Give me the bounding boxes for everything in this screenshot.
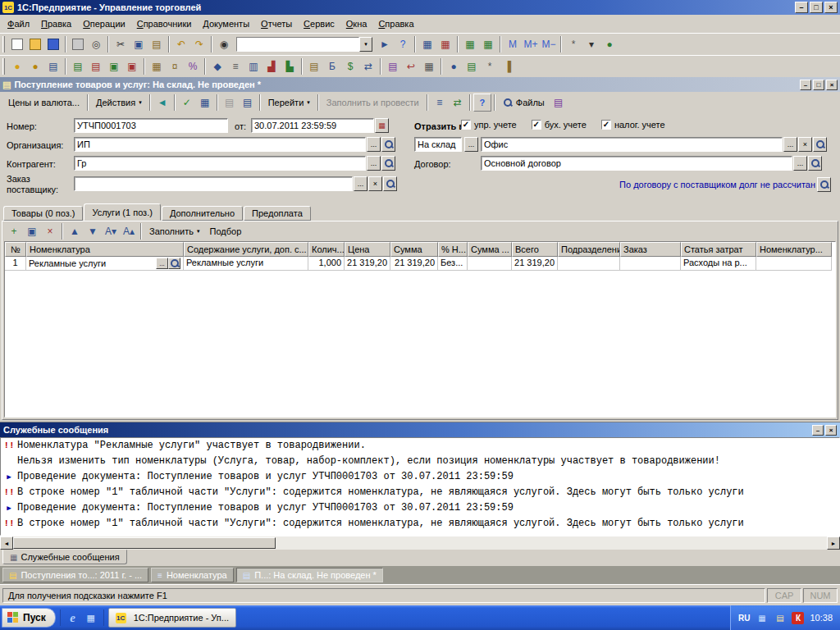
memory-plus-icon[interactable]: М+	[522, 35, 540, 53]
calculator-icon[interactable]: ▦	[418, 35, 436, 53]
date-input[interactable]	[251, 118, 374, 133]
organization-ellipsis-button[interactable]: ...	[367, 137, 381, 152]
fill-and-post-button[interactable]: Заполнить и провести	[322, 94, 424, 112]
copy-row-icon[interactable]: ▣	[23, 222, 41, 240]
message-row[interactable]: ▶Проведение документа: Поступление товар…	[1, 471, 839, 486]
warehouse-clear-button[interactable]: ×	[798, 137, 812, 152]
menu-item-4[interactable]: Справочники	[131, 16, 198, 31]
files-button[interactable]: Файлы	[498, 94, 550, 112]
new-document-icon[interactable]	[8, 35, 26, 53]
nomenclature-icon[interactable]: ≡	[226, 57, 244, 75]
help-icon[interactable]: ?	[394, 35, 412, 53]
horizontal-scrollbar[interactable]: ◄ ►	[0, 536, 840, 550]
document-structure-icon[interactable]: ≡	[431, 94, 449, 112]
retail-icon[interactable]: ●	[445, 57, 463, 75]
customer-invoice-icon[interactable]: ▤	[87, 57, 105, 75]
message-row[interactable]: ▶Проведение документа: Поступление товар…	[1, 502, 839, 518]
warehouse-input[interactable]	[481, 137, 783, 152]
menu-item-1[interactable]: Файл	[2, 16, 35, 31]
number-input[interactable]	[74, 118, 228, 133]
add-row-icon[interactable]: +	[5, 222, 23, 240]
pick-button[interactable]: Подбор	[205, 222, 247, 240]
subordination-icon[interactable]: ⇄	[449, 94, 467, 112]
fill-button[interactable]: Заполнить▾	[144, 222, 205, 240]
sort-desc-icon[interactable]: А▴	[120, 222, 138, 240]
delete-row-icon[interactable]: ×	[41, 222, 59, 240]
actions-button[interactable]: Действия▾	[91, 94, 147, 112]
goods-receipt-icon[interactable]: ▣	[105, 57, 123, 75]
scroll-left-icon[interactable]: ◄	[0, 536, 13, 550]
tab-2[interactable]: Услуги (1 поз.)	[84, 203, 160, 221]
scroll-thumb[interactable]	[13, 537, 276, 549]
language-indicator[interactable]: RU	[738, 614, 750, 623]
grid-body[interactable]: 1Рекламные услуги...Рекламные услуги1,00…	[5, 257, 835, 417]
cash-expense-icon[interactable]: ●	[26, 57, 44, 75]
taskbar-window-button[interactable]: 1С 1С:Предприятие - Уп...	[108, 608, 236, 628]
customer-orders-icon[interactable]: ▤	[384, 57, 402, 75]
cell-open-button[interactable]	[168, 258, 180, 269]
update-icon[interactable]: ▤	[774, 612, 786, 624]
exit-icon[interactable]: ▐	[499, 57, 517, 75]
cut-icon[interactable]: ✂	[112, 35, 130, 53]
redo-icon[interactable]: ↷	[190, 35, 208, 53]
sort-asc-icon[interactable]: А▾	[102, 222, 120, 240]
move-down-icon[interactable]: ▼	[84, 222, 102, 240]
display-icon[interactable]: ▦	[756, 612, 768, 624]
organization-input[interactable]	[74, 137, 366, 152]
goto-button[interactable]: Перейти▾	[263, 94, 315, 112]
warehouse-type-combo[interactable]: На склад	[414, 137, 462, 152]
panel-close-button[interactable]: ×	[825, 425, 837, 436]
post-document-icon[interactable]: ✓	[178, 94, 196, 112]
sales-report-icon[interactable]: ▟	[262, 57, 281, 75]
reports-icon[interactable]: ▥	[244, 57, 262, 75]
reflect-checkbox-1[interactable]: ✓	[461, 120, 471, 130]
currency-rates-icon[interactable]: $	[341, 57, 359, 75]
menu-item-6[interactable]: Отчеты	[255, 16, 298, 31]
calendar-icon[interactable]: ▦	[436, 35, 454, 53]
memory-icon[interactable]: М	[504, 35, 522, 53]
warehouse-icon[interactable]: ▦	[148, 57, 166, 75]
find-next-icon[interactable]: ►	[376, 35, 394, 53]
table-edit-icon[interactable]: ▦	[479, 35, 497, 53]
message-row[interactable]: !!В строке номер "1" табличной части "Ус…	[1, 518, 839, 533]
run-task-icon[interactable]: ●	[600, 35, 619, 53]
find-icon[interactable]: ◉	[215, 35, 233, 53]
contractor-open-button[interactable]	[381, 156, 395, 171]
back-icon[interactable]: ◄	[153, 94, 171, 112]
find-combobox[interactable]: ▾	[236, 37, 372, 52]
reflect-checkbox-3[interactable]: ✓	[601, 120, 611, 130]
print-document-icon[interactable]: ▤	[239, 94, 257, 112]
antivirus-icon[interactable]: К	[792, 612, 804, 624]
order-clear-button[interactable]: ×	[368, 176, 382, 191]
message-row[interactable]: !!В строке номер "1" табличной части "Ус…	[1, 486, 839, 502]
window-button-1[interactable]: ▤Поступления то...: 2011 г. - ...	[2, 568, 148, 582]
payment-order-icon[interactable]: ▤	[44, 57, 62, 75]
document-movements-icon[interactable]: ▦	[196, 94, 214, 112]
warehouse-open-button[interactable]	[813, 137, 827, 152]
paste-icon[interactable]: ▤	[148, 35, 166, 53]
warehouse-type-ellipsis-button[interactable]: ...	[464, 137, 478, 152]
print-preview-icon[interactable]: ◎	[87, 35, 105, 53]
contractor-input[interactable]	[74, 156, 366, 171]
message-row[interactable]: !!Номенклатура "Рекламные услуги" участв…	[1, 440, 839, 455]
cash-income-icon[interactable]: ●	[8, 57, 26, 75]
settings-icon[interactable]: *	[481, 57, 499, 75]
copy-document-icon[interactable]: ▤	[221, 94, 239, 112]
doc-minimize-button[interactable]: –	[800, 80, 811, 90]
cell-ellipsis-button[interactable]: ...	[156, 258, 168, 269]
order-ellipsis-button[interactable]: ...	[354, 176, 368, 191]
menu-item-9[interactable]: Справка	[372, 16, 419, 31]
reflect-checkbox-2[interactable]: ✓	[532, 120, 541, 130]
order-open-button[interactable]	[383, 176, 397, 191]
organization-open-button[interactable]	[381, 137, 395, 152]
price-list-icon[interactable]: ¤	[166, 57, 184, 75]
inventory-icon[interactable]: ▦	[420, 57, 438, 75]
doc-restore-button[interactable]: □	[813, 80, 824, 90]
debt-calc-button[interactable]	[817, 177, 831, 192]
copy-icon[interactable]: ▣	[130, 35, 148, 53]
menu-item-8[interactable]: Окна	[340, 16, 373, 31]
contract-input[interactable]	[481, 156, 792, 171]
help-button[interactable]: ?	[473, 94, 491, 112]
move-up-icon[interactable]: ▲	[66, 222, 84, 240]
window-button-2[interactable]: ≡Номенклатура	[151, 568, 234, 582]
